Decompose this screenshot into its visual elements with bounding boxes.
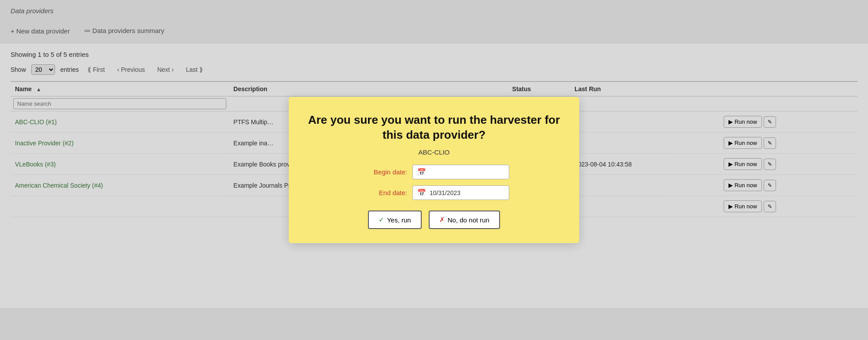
modal-buttons: ✓ Yes, run ✗ No, do not run — [306, 211, 562, 229]
modal-overlay: Are you sure you want to run the harvest… — [0, 0, 868, 340]
begin-date-input[interactable]: 📅 — [412, 165, 509, 179]
end-date-input[interactable]: 📅 10/31/2023 — [412, 185, 509, 200]
x-icon: ✗ — [439, 216, 445, 224]
end-date-field: End date: 📅 10/31/2023 — [306, 185, 562, 200]
end-date-value: 10/31/2023 — [430, 189, 460, 196]
yes-run-button[interactable]: ✓ Yes, run — [368, 211, 422, 229]
calendar-icon-end: 📅 — [417, 188, 426, 197]
end-date-label: End date: — [359, 189, 407, 196]
modal-provider-name: ABC-CLIO — [306, 148, 562, 156]
checkmark-icon: ✓ — [379, 216, 384, 224]
modal-title: Are you sure you want to run the harvest… — [306, 113, 562, 143]
begin-date-field: Begin date: 📅 — [306, 165, 562, 179]
calendar-icon-begin: 📅 — [417, 168, 426, 176]
modal-form: Begin date: 📅 End date: 📅 10/31/2023 — [306, 165, 562, 200]
no-do-not-run-button[interactable]: ✗ No, do not run — [429, 211, 500, 229]
modal-dialog: Are you sure you want to run the harvest… — [289, 97, 579, 244]
begin-date-label: Begin date: — [359, 168, 407, 176]
